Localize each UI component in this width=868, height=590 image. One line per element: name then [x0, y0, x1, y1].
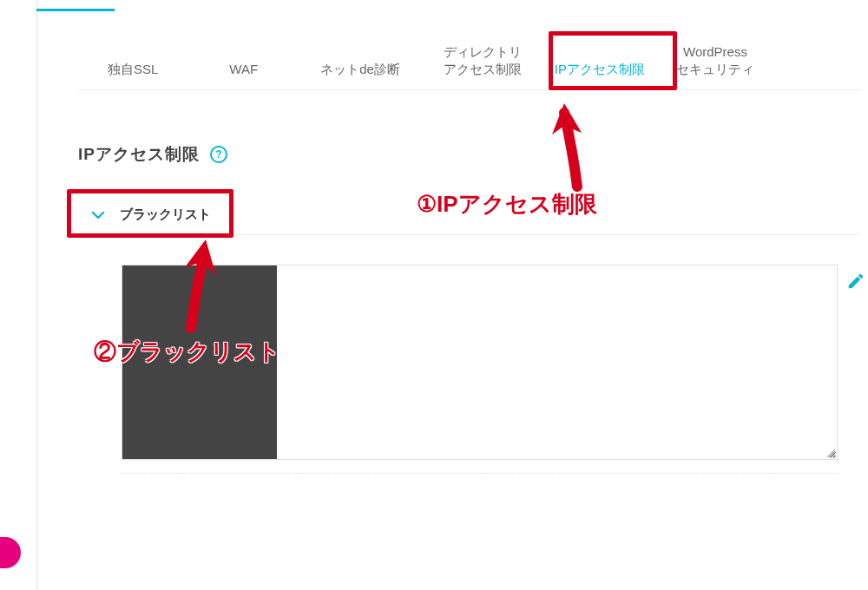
- page-title-row: IPアクセス制限 ?: [78, 143, 227, 166]
- tab-label: 独自SSL: [108, 62, 158, 76]
- left-sidebar-edge: [0, 0, 36, 590]
- tab-net-diag[interactable]: ネットde診断: [305, 61, 416, 90]
- help-icon[interactable]: ?: [210, 146, 227, 163]
- accordion-label: ブラックリスト: [120, 206, 211, 223]
- edit-pencil-icon[interactable]: [846, 272, 865, 291]
- tab-waf[interactable]: WAF: [214, 61, 273, 90]
- page-root: 独自SSL WAF ネットde診断 ディレクトリ アクセス制限 IPアクセス制限…: [0, 0, 868, 590]
- tab-label: WAF: [229, 62, 258, 76]
- tab-label: ディレクトリ アクセス制限: [444, 44, 522, 76]
- tab-wp-security[interactable]: WordPress セキュリティ: [661, 43, 770, 89]
- security-tabs: 独自SSL WAF ネットde診断 ディレクトリ アクセス制限 IPアクセス制限…: [78, 38, 859, 90]
- tab-ssl[interactable]: 独自SSL: [92, 61, 174, 90]
- tab-label: ネットde診断: [320, 62, 400, 76]
- resize-handle-icon[interactable]: [825, 447, 835, 457]
- tab-dir-access[interactable]: ディレクトリ アクセス制限: [428, 43, 537, 89]
- tab-ip-access[interactable]: IPアクセス制限: [539, 61, 661, 90]
- chevron-down-icon: [92, 208, 104, 222]
- page-title: IPアクセス制限: [78, 143, 200, 166]
- top-active-indicator: [36, 9, 115, 11]
- annotation-arrow-1: [547, 100, 608, 195]
- tab-label: IPアクセス制限: [555, 62, 645, 76]
- section-divider: [122, 473, 838, 474]
- left-divider: [36, 0, 37, 590]
- annotation-label-1: ①IPアクセス制限: [417, 189, 597, 220]
- tab-label: WordPress セキュリティ: [676, 44, 754, 76]
- annotation-label-2: ②ブラックリスト: [94, 337, 280, 367]
